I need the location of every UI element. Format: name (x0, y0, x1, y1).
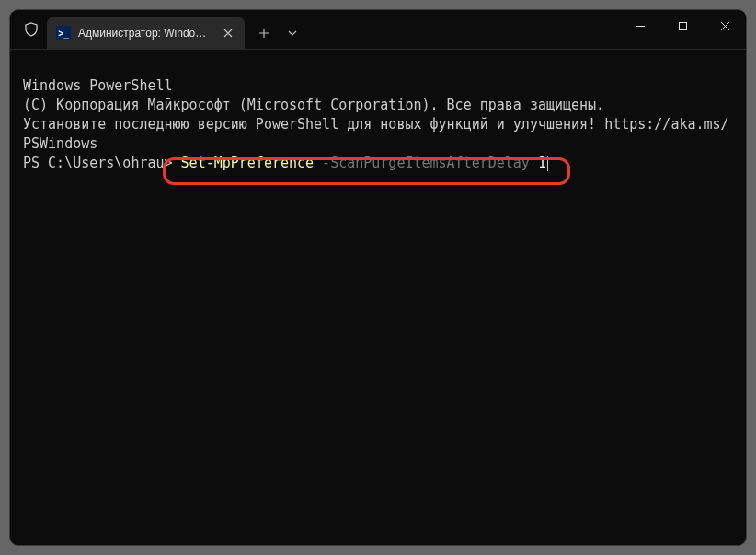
output-line: Windows PowerShell (23, 76, 733, 96)
maximize-button[interactable] (661, 10, 704, 41)
svg-rect-0 (679, 22, 686, 29)
prompt-line: PS C:\Users\ohrau> Set-MpPreference -Sca… (23, 154, 733, 173)
admin-shield-icon (21, 19, 41, 40)
tab-dropdown-button[interactable] (280, 17, 305, 49)
output-line: (C) Корпорация Майкрософт (Microsoft Cor… (23, 96, 733, 115)
command-input[interactable]: Set-MpPreference -ScanPurgeItemsAfterDel… (181, 155, 548, 171)
text-cursor (547, 156, 548, 171)
window-controls (619, 10, 746, 49)
powershell-icon: >_ (56, 26, 71, 40)
prompt-text: PS C:\Users\ohrau> (23, 155, 181, 171)
parameter-value: 1 (538, 155, 546, 171)
close-window-button[interactable] (704, 10, 746, 41)
terminal-window: >_ Администратор: Windows Po Windows Po (9, 9, 747, 546)
parameter-name: -ScanPurgeItemsAfterDelay (314, 155, 538, 171)
minimize-button[interactable] (619, 10, 661, 41)
tab-active[interactable]: >_ Администратор: Windows Po (47, 17, 245, 49)
cmdlet-name: Set-MpPreference (181, 155, 315, 171)
tab-close-button[interactable] (221, 26, 235, 40)
new-tab-button[interactable] (248, 17, 280, 49)
titlebar[interactable]: >_ Администратор: Windows Po (10, 10, 746, 49)
terminal-output[interactable]: Windows PowerShell(C) Корпорация Майкрос… (10, 49, 746, 545)
output-line: Установите последнюю версию PowerShell д… (23, 115, 733, 154)
tab-title: Администратор: Windows Po (78, 27, 213, 40)
